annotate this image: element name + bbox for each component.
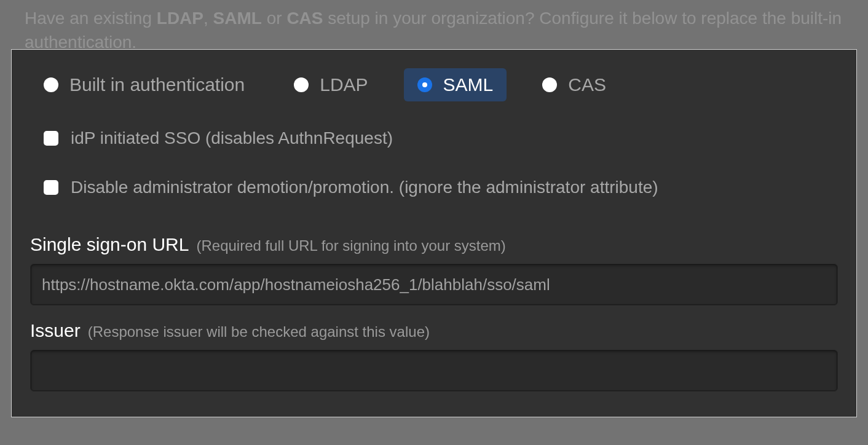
issuer-label: Issuer <box>30 320 81 341</box>
radio-icon <box>542 77 557 92</box>
sso-url-input[interactable] <box>30 264 838 305</box>
radio-label: LDAP <box>320 74 368 95</box>
sso-url-field-group: Single sign-on URL (Required full URL fo… <box>30 234 838 305</box>
idp-initiated-checkbox[interactable] <box>44 131 58 146</box>
issuer-input[interactable] <box>30 350 838 392</box>
radio-label: CAS <box>568 74 606 95</box>
radio-icon <box>44 77 58 92</box>
sso-url-label-row: Single sign-on URL (Required full URL fo… <box>30 234 838 255</box>
issuer-label-row: Issuer (Response issuer will be checked … <box>30 320 838 341</box>
idp-initiated-label: idP initiated SSO (disables AuthnRequest… <box>71 128 393 148</box>
auth-mode-radio-group: Built in authentication LDAP SAML CAS <box>30 68 838 101</box>
auth-settings-panel: Built in authentication LDAP SAML CAS id… <box>11 49 857 417</box>
sso-url-label: Single sign-on URL <box>30 234 189 255</box>
idp-initiated-row: idP initiated SSO (disables AuthnRequest… <box>30 128 838 148</box>
issuer-hint: (Response issuer will be checked against… <box>88 323 430 341</box>
auth-mode-cas[interactable]: CAS <box>529 68 620 101</box>
radio-label: Built in authentication <box>69 74 245 95</box>
issuer-field-group: Issuer (Response issuer will be checked … <box>30 320 838 392</box>
disable-admin-checkbox[interactable] <box>44 180 58 195</box>
radio-icon <box>417 77 432 92</box>
auth-mode-saml[interactable]: SAML <box>404 68 507 101</box>
disable-admin-label: Disable administrator demotion/promotion… <box>71 178 658 197</box>
disable-admin-row: Disable administrator demotion/promotion… <box>30 178 838 197</box>
sso-url-hint: (Required full URL for signing into your… <box>196 237 505 254</box>
radio-label: SAML <box>443 74 494 95</box>
radio-icon <box>294 77 309 92</box>
auth-mode-builtin[interactable]: Built in authentication <box>30 68 258 101</box>
auth-mode-ldap[interactable]: LDAP <box>280 68 381 101</box>
